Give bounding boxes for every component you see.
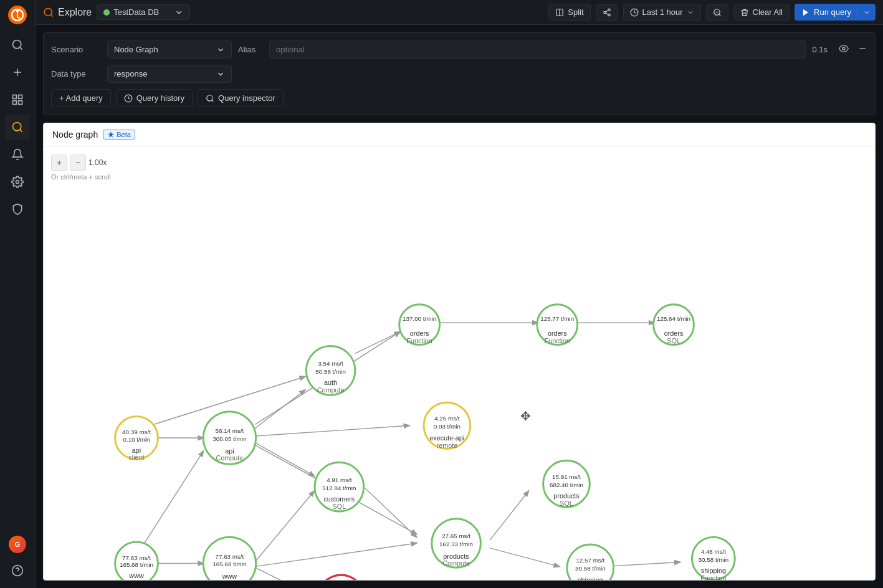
svg-text:Compute: Compute — [442, 559, 470, 567]
svg-text:shipping: shipping — [701, 567, 726, 574]
zoom-out-graph-button[interactable]: − — [70, 154, 86, 171]
svg-text:27.65 ms/t: 27.65 ms/t — [442, 533, 470, 539]
clear-all-button[interactable]: Clear All — [733, 4, 790, 21]
svg-text:30.58 t/min: 30.58 t/min — [575, 565, 606, 572]
svg-text:137.00 t/min: 137.00 t/min — [403, 315, 436, 322]
query-editor-panel: Scenario Node Graph Alias 0.1s Data type — [43, 32, 876, 115]
svg-text:customers: customers — [323, 495, 355, 503]
svg-text:165.68 t/min: 165.68 t/min — [120, 561, 153, 568]
zoom-controls: + − 1.00x — [51, 154, 111, 171]
svg-text:orders: orders — [410, 330, 429, 337]
svg-text:40.39 ms/t: 40.39 ms/t — [122, 429, 151, 435]
page-title: Explore — [43, 7, 92, 18]
svg-text:Function: Function — [406, 337, 432, 344]
minus-icon[interactable] — [857, 44, 867, 55]
sidebar: G — [0, 0, 36, 588]
svg-line-26 — [718, 14, 720, 16]
run-query-dropdown-button[interactable] — [858, 4, 876, 21]
sidebar-item-add[interactable] — [5, 60, 30, 85]
data-type-selector[interactable]: response — [107, 65, 232, 83]
add-query-button[interactable]: + Add query — [51, 89, 111, 107]
main-content: Explore TestData DB Split Last 1 hour Cl… — [36, 0, 883, 588]
scenario-row: Scenario Node Graph Alias 0.1s — [51, 40, 867, 59]
svg-text:remote: remote — [437, 442, 458, 449]
sidebar-item-help[interactable] — [5, 558, 30, 583]
svg-point-13 — [16, 181, 19, 184]
svg-rect-10 — [13, 101, 17, 105]
svg-text:4.25 ms/t: 4.25 ms/t — [434, 415, 460, 422]
svg-line-43 — [255, 543, 416, 566]
avatar[interactable]: G — [9, 536, 26, 553]
svg-text:client: client — [128, 453, 144, 461]
svg-text:682.40 t/min: 682.40 t/min — [550, 481, 583, 488]
scenario-selector[interactable]: Node Graph — [107, 40, 232, 59]
svg-text:125.64 t/min: 125.64 t/min — [657, 315, 690, 322]
query-history-button[interactable]: Query history — [116, 89, 193, 107]
svg-line-45 — [355, 332, 400, 353]
sidebar-item-search[interactable] — [5, 32, 30, 57]
svg-marker-28 — [803, 9, 808, 16]
ctrl-hint: Or ctrl/meta + scroll — [51, 173, 111, 181]
data-type-label: Data type — [51, 69, 101, 78]
split-button[interactable]: Split — [548, 4, 590, 21]
svg-text:15.91 ms/t: 15.91 ms/t — [552, 473, 581, 480]
svg-text:products: products — [443, 552, 469, 560]
time-range-button[interactable]: Last 1 hour — [623, 4, 701, 21]
node-graph-panel: Node graph Beta + − 1.00x Or ctrl/meta +… — [43, 123, 876, 581]
zoom-level: 1.00x — [88, 158, 107, 167]
svg-line-39 — [255, 443, 314, 476]
svg-text:50.56 t/min: 50.56 t/min — [315, 368, 346, 375]
svg-text:300.05 t/min: 300.05 t/min — [212, 435, 246, 442]
sidebar-item-alerting[interactable] — [5, 142, 30, 167]
svg-text:3.54 ms/t: 3.54 ms/t — [318, 360, 343, 367]
datasource-selector[interactable]: TestData DB — [97, 4, 190, 20]
eye-icon[interactable] — [839, 44, 849, 55]
svg-text:4.91 ms/t: 4.91 ms/t — [327, 477, 352, 483]
query-inspector-button[interactable]: Query inspector — [198, 89, 284, 107]
sidebar-item-settings[interactable] — [5, 169, 30, 194]
zoom-out-button[interactable] — [706, 4, 728, 21]
run-query-button[interactable]: Run query — [795, 4, 858, 21]
sidebar-item-dashboards[interactable] — [5, 87, 30, 112]
svg-text:✥: ✥ — [520, 409, 531, 423]
zoom-in-button[interactable]: + — [51, 154, 67, 171]
svg-text:Compute: Compute — [317, 386, 345, 394]
svg-text:0.10 t/min: 0.10 t/min — [123, 436, 150, 443]
svg-line-50 — [490, 548, 559, 566]
svg-text:162.33 t/min: 162.33 t/min — [439, 541, 473, 548]
svg-text:SQL: SQL — [333, 503, 346, 510]
datasource-status-dot — [103, 9, 110, 16]
svg-point-5 — [13, 40, 21, 49]
sidebar-item-shield[interactable] — [5, 197, 30, 222]
svg-text:orders: orders — [548, 330, 567, 337]
svg-point-20 — [603, 11, 606, 14]
svg-text:execute-api: execute-api — [429, 434, 464, 442]
svg-line-51 — [605, 562, 680, 566]
alias-input[interactable] — [269, 40, 806, 59]
svg-text:77.63 ms/t: 77.63 ms/t — [122, 554, 151, 561]
svg-point-21 — [608, 14, 610, 16]
svg-line-49 — [490, 491, 528, 540]
svg-line-23 — [606, 10, 608, 11]
svg-line-42 — [255, 491, 314, 561]
svg-line-38 — [255, 425, 409, 436]
svg-text:56.14 ms/t: 56.14 ms/t — [216, 427, 244, 434]
svg-point-32 — [207, 95, 212, 100]
graph-panel-title: Node graph — [52, 130, 98, 140]
svg-text:SQL: SQL — [667, 337, 680, 344]
share-button[interactable] — [596, 4, 618, 21]
svg-point-19 — [608, 9, 610, 11]
grafana-logo[interactable] — [7, 5, 27, 25]
svg-text:Function: Function — [700, 574, 726, 580]
graph-panel-header: Node graph Beta — [44, 123, 875, 146]
svg-text:12.57 ms/t: 12.57 ms/t — [576, 557, 604, 564]
svg-text:0.03 t/min: 0.03 t/min — [434, 423, 461, 430]
svg-point-16 — [44, 8, 52, 16]
sidebar-item-explore[interactable] — [5, 115, 30, 140]
svg-text:512.84 t/min: 512.84 t/min — [322, 485, 356, 491]
query-actions: + Add query Query history Query inspecto… — [51, 89, 867, 107]
svg-point-96 — [318, 575, 365, 580]
svg-text:77.63 ms/t: 77.63 ms/t — [216, 553, 244, 560]
svg-text:165.68 t/min: 165.68 t/min — [212, 561, 246, 567]
svg-line-48 — [365, 488, 417, 538]
